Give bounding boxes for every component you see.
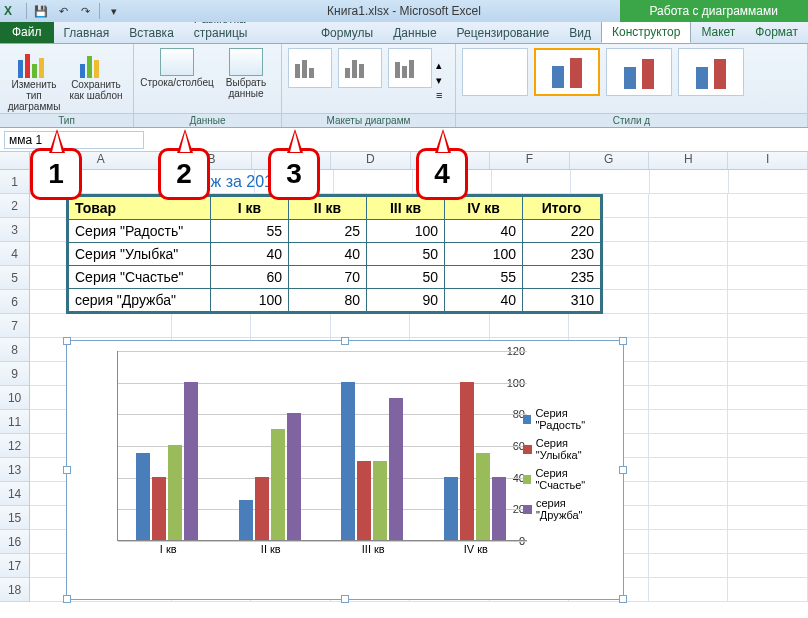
bar[interactable] (168, 445, 182, 540)
cell[interactable] (251, 314, 331, 338)
cell[interactable] (649, 194, 729, 218)
col-header-F[interactable]: F (490, 152, 569, 169)
row-header[interactable]: 12 (0, 434, 30, 458)
table-cell[interactable]: 55 (445, 266, 523, 289)
cell[interactable] (728, 506, 808, 530)
chart-legend[interactable]: Серия "Радость"Серия "Улыбка"Серия "Счас… (523, 401, 615, 527)
bar[interactable] (287, 413, 301, 540)
col-header-I[interactable]: I (728, 152, 807, 169)
table-cell[interactable]: Серия "Радость" (69, 220, 211, 243)
cell[interactable] (728, 218, 808, 242)
bar[interactable] (239, 500, 253, 540)
table-cell[interactable]: 25 (289, 220, 367, 243)
resize-handle[interactable] (341, 337, 349, 345)
cell[interactable] (729, 170, 808, 194)
chart-layout-2[interactable] (338, 48, 382, 88)
tab-design[interactable]: Конструктор (601, 20, 691, 43)
chart-layout-3[interactable] (388, 48, 432, 88)
row-header[interactable]: 11 (0, 410, 30, 434)
bar[interactable] (389, 398, 403, 541)
cell[interactable] (649, 554, 729, 578)
cell[interactable] (728, 266, 808, 290)
cell[interactable] (728, 530, 808, 554)
cell[interactable] (728, 410, 808, 434)
chart-style-4[interactable] (678, 48, 744, 96)
layouts-more-icon[interactable]: ≡ (436, 89, 450, 101)
cell[interactable] (728, 386, 808, 410)
table-cell[interactable]: 220 (523, 220, 601, 243)
resize-handle[interactable] (619, 595, 627, 603)
cell[interactable] (331, 314, 411, 338)
table-cell[interactable]: 100 (367, 220, 445, 243)
cell[interactable] (649, 290, 729, 314)
tab-insert[interactable]: Вставка (119, 23, 184, 43)
save-as-template-button[interactable]: Сохранить как шаблон (66, 46, 126, 113)
cell[interactable] (649, 266, 729, 290)
col-header-D[interactable]: D (331, 152, 410, 169)
table-cell[interactable]: 100 (445, 243, 523, 266)
row-header[interactable]: 16 (0, 530, 30, 554)
bar[interactable] (476, 453, 490, 540)
row-header[interactable]: 18 (0, 578, 30, 602)
cell[interactable] (649, 386, 729, 410)
table-cell[interactable]: 70 (289, 266, 367, 289)
cell[interactable] (649, 482, 729, 506)
bar[interactable] (271, 429, 285, 540)
cell[interactable] (492, 170, 571, 194)
row-header[interactable]: 2 (0, 194, 30, 218)
cell[interactable] (728, 482, 808, 506)
table-cell[interactable]: 55 (211, 220, 289, 243)
row-header[interactable]: 5 (0, 266, 30, 290)
table-cell[interactable]: 40 (289, 243, 367, 266)
data-table[interactable]: ТоварI квII квIII квIV квИтогоСерия "Рад… (66, 194, 603, 314)
cell[interactable] (172, 314, 252, 338)
tab-format[interactable]: Формат (745, 22, 808, 43)
qat-more-icon[interactable]: ▾ (106, 3, 122, 19)
chart-style-2[interactable] (534, 48, 600, 96)
cell[interactable] (649, 434, 729, 458)
cell[interactable] (334, 170, 413, 194)
tab-formulas[interactable]: Формулы (311, 23, 383, 43)
bar[interactable] (255, 477, 269, 540)
row-header[interactable]: 4 (0, 242, 30, 266)
table-cell[interactable]: 90 (367, 289, 445, 312)
table-cell[interactable]: 80 (289, 289, 367, 312)
table-cell[interactable]: 230 (523, 243, 601, 266)
col-header-H[interactable]: H (649, 152, 728, 169)
table-cell[interactable]: 40 (445, 220, 523, 243)
worksheet-grid[interactable]: 1емы ж за 201 ч.ед2345678910111213141516… (0, 170, 808, 602)
table-cell[interactable]: 50 (367, 243, 445, 266)
row-header[interactable]: 14 (0, 482, 30, 506)
table-cell[interactable]: Серия "Улыбка" (69, 243, 211, 266)
bar[interactable] (492, 477, 506, 540)
table-cell[interactable]: 310 (523, 289, 601, 312)
cell[interactable] (650, 170, 729, 194)
change-chart-type-button[interactable]: Изменить тип диаграммы (4, 46, 64, 113)
cell[interactable] (728, 290, 808, 314)
cell[interactable] (649, 458, 729, 482)
cell[interactable] (649, 578, 729, 602)
bar[interactable] (152, 477, 166, 540)
cell[interactable] (649, 338, 729, 362)
resize-handle[interactable] (63, 466, 71, 474)
row-header[interactable]: 1 (0, 170, 30, 194)
layouts-down-icon[interactable]: ▾ (436, 74, 450, 87)
cell[interactable] (728, 314, 808, 338)
row-header[interactable]: 17 (0, 554, 30, 578)
row-header[interactable]: 15 (0, 506, 30, 530)
bar[interactable] (373, 461, 387, 540)
row-header[interactable]: 10 (0, 386, 30, 410)
undo-icon[interactable]: ↶ (55, 3, 71, 19)
tab-view[interactable]: Вид (559, 23, 601, 43)
table-cell[interactable]: Серия "Счастье" (69, 266, 211, 289)
row-header[interactable]: 9 (0, 362, 30, 386)
cell[interactable] (30, 314, 172, 338)
cell[interactable] (649, 410, 729, 434)
file-tab[interactable]: Файл (0, 21, 54, 43)
cell[interactable] (490, 314, 570, 338)
cell[interactable] (728, 362, 808, 386)
cell[interactable] (728, 554, 808, 578)
table-cell[interactable]: серия "Дружба" (69, 289, 211, 312)
resize-handle[interactable] (63, 337, 71, 345)
table-cell[interactable]: 60 (211, 266, 289, 289)
